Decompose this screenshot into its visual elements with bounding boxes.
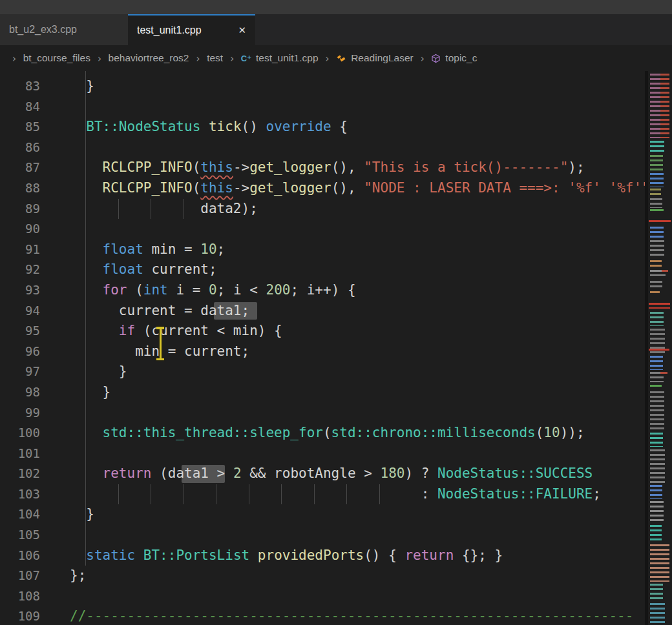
code-line-103[interactable]: : NodeStatus::FAILURE; [70, 484, 645, 505]
code-line-87[interactable]: RCLCPP_INFO(this->get_logger(), "This is… [70, 158, 645, 178]
tab-label: test_unit1.cpp [137, 25, 202, 36]
code-line-100[interactable]: std::this_thread::sleep_for(std::chrono:… [70, 423, 645, 444]
code-line-89[interactable]: data2); [70, 199, 645, 220]
code-line-97[interactable]: } [70, 362, 645, 382]
minimap[interactable] [648, 71, 672, 625]
code-line-107[interactable]: }; [70, 566, 645, 586]
code-line-104[interactable]: } [70, 504, 645, 525]
line-number: 91 [0, 240, 40, 260]
code-line-86[interactable] [70, 138, 645, 158]
code-token: }; [70, 568, 86, 583]
code-token: ( [193, 180, 201, 196]
tab-label: bt_u2_ex3.cpp [9, 24, 77, 36]
indent-guide [85, 71, 86, 76]
code-token: ; i++) { [290, 282, 355, 298]
code-token: > [209, 466, 233, 481]
code-line-92[interactable]: float current; [70, 260, 645, 280]
line-number: 97 [0, 362, 40, 382]
line-number: 98 [0, 382, 40, 403]
tab-close-icon[interactable]: ✕ [238, 25, 246, 36]
code-token: } [70, 364, 127, 379]
code-editor[interactable]: 8384858687888990919293949596979899100101… [0, 71, 645, 625]
code-line-84[interactable] [70, 97, 645, 118]
code-token: ( [127, 282, 143, 298]
minimap-code-block [650, 260, 662, 269]
code-token: i = [168, 282, 209, 298]
minimap-code-block [650, 209, 664, 212]
code-line-108[interactable] [70, 586, 645, 607]
code-line-85[interactable]: BT::NodeStatus tick() override { [70, 117, 645, 138]
code-line-99[interactable] [70, 403, 645, 424]
mouse-cursor [156, 327, 165, 360]
breadcrumb-item-test_unit1.cpp[interactable]: test_unit1.cpp [256, 52, 319, 64]
code-token [70, 119, 86, 134]
code-token [70, 180, 103, 196]
code-token: if [119, 323, 135, 338]
code-token: current = [70, 303, 200, 318]
code-line-90[interactable] [70, 219, 645, 240]
tab-bt_u2_ex3.cpp[interactable]: bt_u2_ex3.cpp [0, 14, 128, 45]
code-token: ; [242, 303, 250, 318]
indent-guide [85, 138, 86, 158]
breadcrumb-item-topic_c[interactable]: topic_c [445, 52, 477, 64]
minimap-code-block [649, 303, 670, 309]
code-token: ; [217, 241, 226, 257]
code-line-101[interactable] [70, 444, 645, 464]
code-token: static [86, 548, 135, 563]
breadcrumb-item-behaviortree_ros2[interactable]: behaviortree_ros2 [109, 52, 189, 64]
minimap-code-block [650, 155, 663, 172]
code-line-98[interactable]: } [70, 382, 645, 403]
code-token: std::chrono::milliseconds [331, 425, 536, 440]
minimap-code-block [660, 74, 669, 138]
line-number: 93 [0, 280, 40, 301]
code-line-91[interactable]: float min = 10; [70, 240, 645, 260]
line-number: 84 [0, 97, 40, 118]
indent-guide [85, 219, 86, 240]
code-line-83[interactable]: } [70, 76, 645, 97]
code-token [70, 486, 421, 502]
code-line-88[interactable]: RCLCPP_INFO(this->get_logger(), "NODE : … [70, 178, 645, 199]
line-number: 106 [0, 546, 40, 566]
minimap-code-block [649, 349, 669, 353]
breadcrumb-item-test[interactable]: test [207, 52, 223, 64]
breadcrumb-item-ReadingLaser[interactable]: ReadingLaser [351, 52, 414, 64]
code-token: } [70, 506, 94, 522]
code-line-105[interactable] [70, 525, 645, 546]
minimap-code-block [650, 584, 663, 602]
breadcrumb: ›bt_course_files›behaviortree_ros2›test›… [0, 45, 672, 71]
code-token: : [421, 486, 437, 502]
code-token: BT::PortsList [143, 548, 249, 563]
method-symbol-icon [431, 54, 441, 63]
code-line-94[interactable]: current = data1; [70, 301, 645, 322]
code-token: "NODE : LASER DATA ===>: '%f' '%f'", [364, 180, 645, 196]
line-number: 86 [0, 138, 40, 158]
line-number: 89 [0, 199, 40, 220]
code-token [70, 241, 103, 257]
code-token: ; [593, 486, 601, 502]
code-line-106[interactable]: static BT::PortsList providedPorts() { r… [70, 546, 645, 566]
line-number: 107 [0, 566, 40, 586]
code-token [70, 548, 86, 563]
code-token: } [70, 78, 94, 94]
code-line-109[interactable]: //--------------------------------------… [70, 606, 645, 625]
tab-bar: bt_u2_ex3.cpptest_unit1.cpp✕ [0, 14, 672, 45]
code-token: min = [143, 241, 201, 257]
code-token [135, 548, 143, 563]
code-token: () { [364, 548, 404, 563]
code-token: ); [568, 159, 584, 175]
chevron-right-icon: › [419, 52, 426, 65]
minimap-code-block [650, 198, 662, 208]
code-line-partial[interactable] [70, 71, 645, 76]
line-number: 105 [0, 525, 40, 546]
code-token: current; [143, 261, 217, 277]
line-number: 100 [0, 423, 40, 444]
code-token: (), [331, 159, 364, 175]
code-token: NodeStatus::SUCCESS [437, 466, 593, 481]
breadcrumb-item-bt_course_files[interactable]: bt_course_files [23, 52, 90, 64]
tab-test_unit1.cpp[interactable]: test_unit1.cpp✕ [128, 14, 255, 45]
code-token: (), [331, 180, 364, 196]
code-line-102[interactable]: return (data1 > 2 && robotAngle > 180) ?… [70, 464, 645, 484]
minimap-code-block [650, 544, 669, 582]
code-token: return [103, 466, 152, 481]
code-line-93[interactable]: for (int i = 0; i < 200; i++) { [70, 280, 645, 301]
